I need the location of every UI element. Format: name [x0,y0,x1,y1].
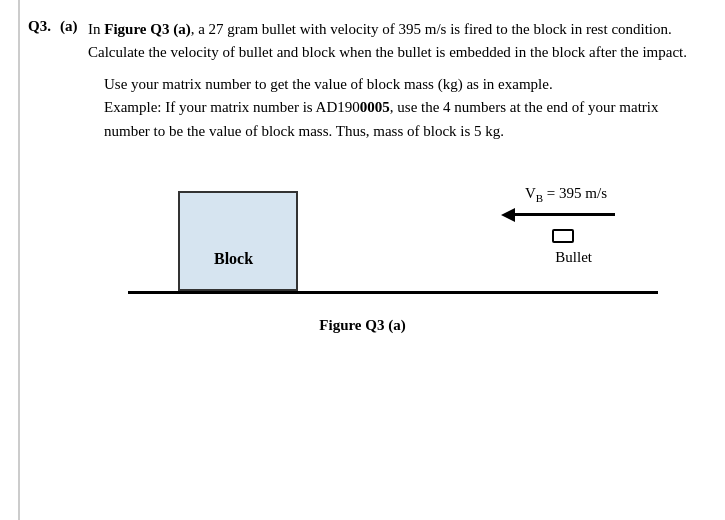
ground-line [128,291,658,294]
block-rectangle [178,191,298,291]
figure-caption: Figure Q3 (a) [28,317,697,334]
bullet-shape [552,229,574,243]
matrix-example-text: Example: If your matrix number is AD190 [104,99,360,115]
bullet-label: Bullet [555,249,592,266]
matrix-bold-number: 0005 [360,99,390,115]
intro-text: In [88,21,104,37]
part-label: (a) [60,18,82,63]
question-number: Q3. [28,18,56,63]
question-text: In Figure Q3 (a), a 27 gram bullet with … [88,18,697,63]
figure-ref-bold: Figure Q3 (a) [104,21,190,37]
block-label: Block [214,250,253,268]
velocity-symbol: V [525,185,536,201]
arrow-head [501,208,515,222]
velocity-value: = 395 m/s [547,185,607,201]
diagram-area: VB = 395 m/s Bullet Block Figure Q3 (a) [28,161,697,336]
arrow-container [515,213,615,216]
velocity-label: VB = 395 m/s [525,185,607,204]
matrix-example-line: Example: If your matrix number is AD1900… [104,96,697,143]
velocity-arrow-line [515,213,615,216]
matrix-note: Use your matrix number to get the value … [104,73,697,143]
page-content: Q3. (a) In Figure Q3 (a), a 27 gram bull… [0,0,725,346]
velocity-subscript: B [536,192,543,204]
matrix-title: Use your matrix number to get the value … [104,73,697,96]
question-block: Q3. (a) In Figure Q3 (a), a 27 gram bull… [28,18,697,63]
